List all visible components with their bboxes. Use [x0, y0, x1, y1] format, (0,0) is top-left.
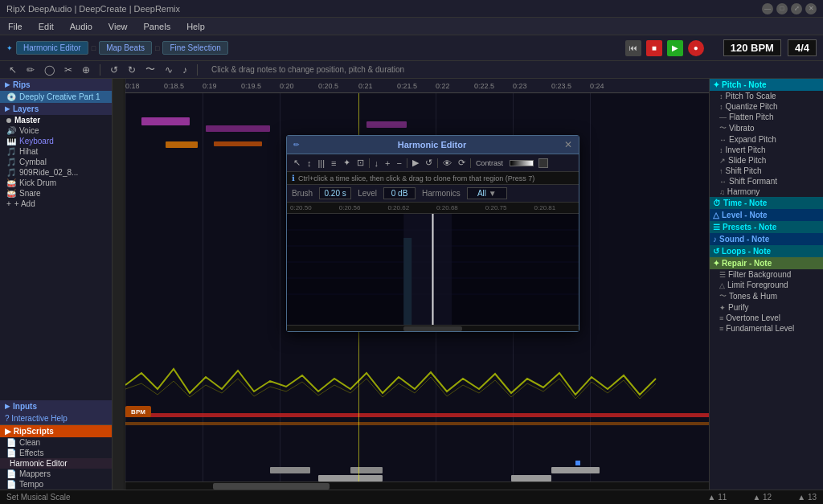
track-area[interactable]: 0:18 0:18.5 0:19 0:19.5 0:20 0:20.5 0:21…: [125, 79, 709, 490]
menu-help[interactable]: Help: [183, 20, 208, 33]
he-level-val[interactable]: 0 dB: [383, 187, 416, 199]
he-tool-undo[interactable]: ↺: [424, 157, 434, 169]
he-tool-star[interactable]: ✦: [342, 157, 352, 169]
he-tool-play[interactable]: ▶: [411, 157, 420, 169]
tool-slice[interactable]: ✂: [62, 64, 75, 76]
rp-repair-note-header[interactable]: ✦ Repair - Note: [710, 257, 823, 269]
rp-item-tones-hum[interactable]: 〜 Tones & Hum: [710, 290, 823, 302]
rp-presets-note-header[interactable]: ☰ Presets - Note: [710, 221, 823, 233]
layer-hihat[interactable]: 🎵 Hihat: [0, 146, 112, 157]
tool-zoom[interactable]: ⊕: [80, 64, 92, 76]
restore-button[interactable]: □: [776, 3, 788, 14]
menu-audio[interactable]: Audio: [67, 20, 96, 33]
tool-wave[interactable]: 〜: [143, 62, 158, 77]
he-tool-minus[interactable]: −: [395, 158, 403, 169]
rp-item-shift-formant[interactable]: ↔ Shift Formant: [710, 176, 823, 186]
he-harmonics-val[interactable]: All ▼: [467, 187, 507, 199]
rp-item-pitch-to-scale[interactable]: ↕ Pitch To Scale: [710, 91, 823, 101]
rips-section-header[interactable]: ▶ Rips: [0, 79, 112, 91]
rp-item-harmony[interactable]: ♫ Harmony: [710, 186, 823, 197]
rp-loops-note-header[interactable]: ↺ Loops - Note: [710, 245, 823, 257]
he-spectrogram-content[interactable]: 0:20.50 0:20.56 0:20.62 0:20.68 0:20.75 …: [287, 203, 579, 331]
rp-item-purify[interactable]: ✦ Purify: [710, 302, 823, 313]
rp-level-note-header[interactable]: △ Level - Note: [710, 209, 823, 221]
tool-erase[interactable]: ◯: [42, 64, 57, 76]
layer-kick[interactable]: 🥁 Kick Drum: [0, 178, 112, 188]
script-effects[interactable]: 📄 Effects: [0, 448, 112, 458]
menu-view[interactable]: View: [105, 20, 131, 33]
menu-file[interactable]: File: [5, 20, 26, 33]
rp-item-overtone-level[interactable]: ≡ Overtone Level: [710, 313, 823, 323]
layer-add[interactable]: + + Add: [0, 199, 112, 209]
play-button[interactable]: ▶: [667, 40, 683, 56]
layer-voice[interactable]: 🔊 Voice: [0, 125, 112, 136]
rp-item-invert-pitch[interactable]: ↕ Invert Pitch: [710, 145, 823, 155]
he-brush-size[interactable]: 0.20 s: [319, 187, 351, 199]
he-tool-grid[interactable]: ⊡: [355, 157, 366, 169]
layer-master[interactable]: Master: [0, 115, 112, 125]
layer-snare[interactable]: 🥁 Snare: [0, 188, 112, 199]
he-tool-brush[interactable]: |||: [317, 158, 327, 169]
script-effects-icon: 📄: [6, 449, 16, 457]
tab-harmonic-editor[interactable]: Harmonic Editor: [16, 41, 88, 55]
hscrollbar[interactable]: [125, 481, 709, 490]
script-mappers[interactable]: 📄 Mappers: [0, 469, 112, 479]
rip-item[interactable]: 💿 Deeply Creative Part 1: [0, 91, 112, 103]
menu-panels[interactable]: Panels: [141, 20, 174, 33]
layers-section-header[interactable]: ▶ Layers: [0, 103, 112, 115]
menu-edit[interactable]: Edit: [35, 20, 57, 33]
record-button[interactable]: ●: [688, 40, 704, 56]
hscrollbar-thumb[interactable]: [213, 483, 330, 490]
tool-select[interactable]: ↖: [6, 64, 19, 76]
midi-note-blue: [575, 461, 580, 465]
scripts-header[interactable]: ▶ RipScripts: [0, 425, 112, 437]
layer-keyboard[interactable]: 🎹 Keyboard: [0, 136, 112, 146]
maximize-button[interactable]: ⤢: [791, 3, 802, 14]
rp-item-shift-pitch[interactable]: ↑ Shift Pitch: [710, 166, 823, 176]
rp-item-quantize-pitch[interactable]: ↕ Quantize Pitch: [710, 101, 823, 112]
rp-item-limit-fg[interactable]: △ Limit Foreground: [710, 280, 823, 290]
rewind-button[interactable]: ⏮: [625, 40, 641, 56]
rp-item-filter-bg[interactable]: ☰ Filter Background: [710, 269, 823, 280]
layer-cymbal[interactable]: 🎵 Cymbal: [0, 157, 112, 167]
tool-undo[interactable]: ↺: [108, 64, 121, 76]
tool-draw[interactable]: ✏: [24, 64, 37, 76]
he-tool-eye[interactable]: 👁: [441, 158, 453, 169]
rp-item-slide-pitch[interactable]: ↗ Slide Pitch: [710, 155, 823, 166]
tab-map-beats[interactable]: Map Beats: [99, 41, 152, 55]
script-clean-label: Clean: [19, 438, 40, 447]
tab-fine-selection[interactable]: Fine Selection: [162, 41, 227, 55]
he-contrast-slider[interactable]: [510, 160, 534, 166]
stop-button[interactable]: ■: [646, 40, 662, 56]
he-scrollbar-thumb[interactable]: [403, 326, 462, 331]
he-tool-lines[interactable]: ≡: [330, 158, 338, 169]
he-color-box[interactable]: [538, 158, 548, 168]
rp-sound-note-header[interactable]: ♪ Sound - Note: [710, 233, 823, 245]
he-tool-move[interactable]: ↕: [305, 158, 313, 169]
he-tool-select[interactable]: ↖: [292, 157, 302, 169]
tool-sine[interactable]: ∿: [162, 64, 175, 76]
interactive-help-item[interactable]: ? Interactive Help: [0, 412, 112, 424]
he-close-button[interactable]: ✕: [564, 139, 572, 150]
he-tool-plus[interactable]: +: [383, 158, 391, 169]
he-sep-3: [437, 158, 438, 168]
minimize-button[interactable]: —: [762, 3, 773, 14]
he-tool-refresh[interactable]: ⟳: [457, 157, 467, 169]
he-scrollbar[interactable]: [287, 325, 579, 331]
rp-item-expand-pitch[interactable]: ↔ Expand Pitch: [710, 134, 823, 145]
rp-item-fundamental-level[interactable]: ≡ Fundamental Level: [710, 323, 823, 334]
rp-item-vibrato[interactable]: 〜 Vibrato: [710, 122, 823, 134]
tool-midi[interactable]: ♪: [180, 64, 190, 76]
rp-item-flatten-pitch[interactable]: — Flatten Pitch: [710, 112, 823, 122]
script-harmonic-editor[interactable]: Harmonic Editor: [0, 458, 112, 469]
script-tempo[interactable]: 📄 Tempo: [0, 479, 112, 490]
inputs-header[interactable]: ▶ Inputs: [0, 400, 112, 412]
tool-redo[interactable]: ↻: [125, 64, 138, 76]
rp-time-note-header[interactable]: ⏱ Time - Note: [710, 197, 823, 209]
filter-bg-label: Filter Background: [728, 270, 791, 279]
he-tool-down[interactable]: ↓: [373, 158, 381, 169]
close-button[interactable]: ✕: [805, 3, 817, 14]
layer-909ride[interactable]: 🎵 909Ride_02_8...: [0, 167, 112, 178]
script-clean[interactable]: 📄 Clean: [0, 437, 112, 448]
rp-pitch-note-header[interactable]: ✦ Pitch - Note: [710, 79, 823, 91]
